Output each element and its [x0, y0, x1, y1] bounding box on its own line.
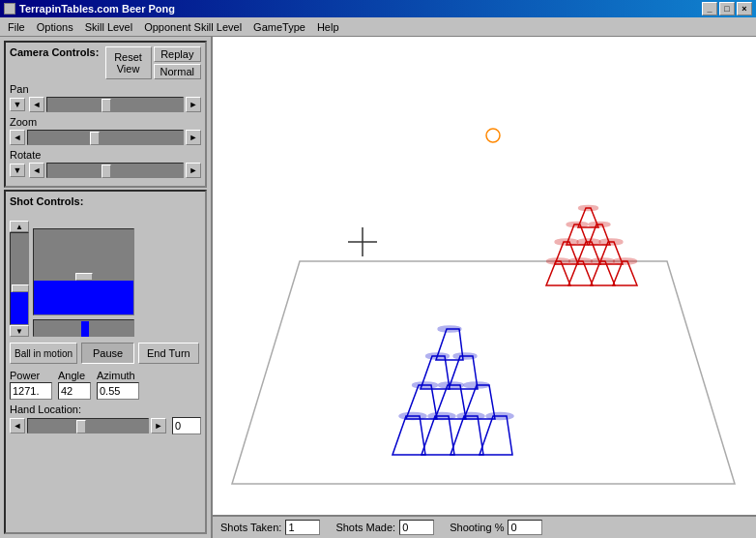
angle-input[interactable]: [58, 382, 91, 400]
wide-vslider-track[interactable]: [33, 228, 134, 315]
left-vslider-track[interactable]: [10, 232, 29, 325]
hand-right-arrow[interactable]: ►: [151, 418, 166, 433]
reset-view-button[interactable]: ResetView: [105, 46, 152, 79]
zoom-right-arrow[interactable]: ►: [186, 130, 201, 145]
maximize-button[interactable]: □: [719, 2, 735, 15]
zoom-left-arrow[interactable]: ◄: [10, 130, 25, 145]
menu-skill-level[interactable]: Skill Level: [79, 19, 139, 35]
svg-point-6: [569, 258, 593, 264]
svg-point-24: [438, 326, 461, 332]
svg-point-20: [439, 382, 464, 388]
camera-buttons: ResetView Replay Normal: [105, 46, 201, 79]
power-input[interactable]: [10, 382, 52, 400]
shots-made-label: Shots Made:: [335, 522, 395, 533]
svg-point-17: [457, 413, 484, 420]
left-panel: Camera Controls: ResetView Replay Normal…: [0, 37, 213, 538]
svg-point-15: [399, 413, 426, 420]
title-bar: TerrapinTables.com Beer Pong _ □ ×: [0, 0, 756, 17]
rotate-collapse-button[interactable]: ▼: [10, 164, 25, 177]
horiz-slider-thumb[interactable]: [81, 321, 89, 337]
svg-point-10: [577, 239, 600, 245]
menu-bar: File Options Skill Level Opponent Skill …: [0, 17, 756, 37]
normal-button[interactable]: Normal: [154, 64, 201, 79]
svg-point-23: [453, 353, 477, 359]
rotate-right-arrow[interactable]: ►: [186, 163, 201, 178]
horiz-slider-track[interactable]: [33, 319, 134, 337]
svg-point-9: [555, 239, 578, 245]
left-vslider-down[interactable]: ▼: [10, 325, 29, 337]
pan-label: Pan: [10, 83, 201, 95]
close-button[interactable]: ×: [737, 2, 752, 15]
svg-point-13: [589, 223, 610, 227]
zoom-section: Zoom ◄ ►: [10, 116, 201, 145]
left-vertical-slider: ▲ ▼: [10, 221, 29, 337]
game-svg: [213, 37, 756, 515]
title-bar-left: TerrapinTables.com Beer Pong: [4, 3, 175, 15]
pan-right-arrow[interactable]: ►: [186, 97, 201, 112]
left-vslider-thumb[interactable]: [12, 284, 29, 292]
ball-in-motion-button[interactable]: Ball in motion: [10, 343, 77, 364]
rotate-slider-row: ▼ ◄ ►: [10, 163, 201, 178]
action-buttons: Ball in motion Pause End Turn: [10, 343, 201, 364]
camera-controls-title: Camera Controls:: [10, 46, 99, 58]
title-bar-buttons[interactable]: _ □ ×: [702, 2, 752, 15]
svg-point-7: [592, 258, 615, 264]
azimuth-group: Azimuth: [97, 370, 139, 400]
pan-collapse-button[interactable]: ▼: [10, 98, 25, 111]
right-shot-slider-container: [33, 228, 201, 337]
zoom-slider-track[interactable]: [27, 130, 184, 145]
hand-slider-thumb[interactable]: [76, 420, 86, 433]
game-canvas: [213, 37, 756, 515]
shots-taken-group: Shots Taken:: [220, 520, 320, 535]
pan-slider-thumb[interactable]: [102, 99, 111, 112]
azimuth-input[interactable]: [97, 382, 139, 400]
rotate-label: Rotate: [10, 149, 201, 161]
svg-point-12: [567, 223, 588, 227]
power-group: Power: [10, 370, 52, 400]
shooting-pct-group: Shooting %: [450, 520, 542, 535]
camera-top-row: Camera Controls: ResetView Replay Normal: [10, 46, 201, 79]
hand-value-input[interactable]: [172, 417, 201, 434]
shots-made-input[interactable]: [399, 520, 434, 535]
zoom-label: Zoom: [10, 116, 201, 128]
angle-group: Angle: [58, 370, 91, 400]
svg-point-16: [428, 413, 455, 420]
menu-gametype[interactable]: GameType: [247, 19, 311, 35]
svg-point-19: [413, 382, 438, 388]
zoom-slider-thumb[interactable]: [90, 132, 100, 145]
app-title: TerrapinTables.com Beer Pong: [19, 3, 175, 15]
left-vslider-up[interactable]: ▲: [10, 221, 29, 232]
menu-opponent-skill[interactable]: Opponent Skill Level: [138, 19, 247, 35]
main-layout: Camera Controls: ResetView Replay Normal…: [0, 37, 756, 538]
pan-slider-track[interactable]: [46, 97, 184, 112]
rotate-left-arrow[interactable]: ◄: [29, 163, 44, 178]
shooting-pct-input[interactable]: [508, 520, 542, 535]
hand-slider-track[interactable]: [27, 418, 149, 433]
pause-button[interactable]: Pause: [81, 343, 134, 364]
shots-taken-input[interactable]: [285, 520, 320, 535]
pan-section: Pan ▼ ◄ ►: [10, 83, 201, 112]
camera-btn-row-1: ResetView Replay Normal: [105, 46, 201, 79]
angle-label: Angle: [58, 370, 91, 381]
rotate-section: Rotate ▼ ◄ ►: [10, 149, 201, 178]
hand-left-arrow[interactable]: ◄: [10, 418, 25, 433]
replay-button[interactable]: Replay: [154, 46, 201, 62]
hand-location-label: Hand Location:: [10, 404, 201, 415]
menu-help[interactable]: Help: [311, 19, 345, 35]
pan-left-arrow[interactable]: ◄: [29, 97, 44, 112]
shots-taken-label: Shots Taken:: [220, 522, 281, 533]
status-bar: Shots Taken: Shots Made: Shooting %: [213, 515, 756, 538]
svg-point-18: [486, 413, 513, 420]
menu-options[interactable]: Options: [31, 19, 79, 35]
wide-vslider-thumb[interactable]: [75, 273, 93, 281]
menu-file[interactable]: File: [2, 19, 31, 35]
hand-location-row: ◄ ►: [10, 417, 201, 434]
wide-vslider-fill: [34, 281, 133, 314]
end-turn-button[interactable]: End Turn: [138, 343, 199, 364]
rotate-slider-track[interactable]: [46, 163, 184, 178]
rotate-slider-thumb[interactable]: [102, 164, 111, 178]
svg-point-14: [579, 206, 598, 211]
shot-controls-area: ▲ ▼: [10, 211, 201, 337]
shot-controls-title: Shot Controls:: [10, 195, 201, 207]
minimize-button[interactable]: _: [702, 2, 717, 15]
